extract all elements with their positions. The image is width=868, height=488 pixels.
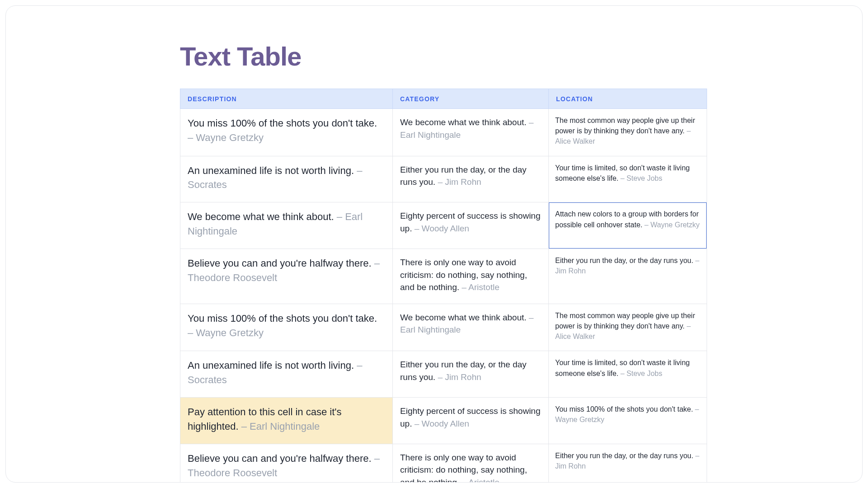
description-cell[interactable]: We become what we think about. – Earl Ni…	[180, 202, 393, 249]
location-cell[interactable]: Your time is limited, so don't waste it …	[549, 351, 707, 398]
location-cell[interactable]: You miss 100% of the shots you don't tak…	[549, 398, 707, 444]
cell-attribution: – Aristotle	[459, 282, 500, 292]
cell-quote: An unexamined life is not worth living.	[188, 165, 354, 176]
cell-quote: We become what we think about.	[400, 117, 527, 127]
cell-attribution: – Wayne Gretzky	[188, 132, 264, 143]
column-header-category[interactable]: CATEGORY	[393, 89, 549, 109]
category-cell[interactable]: We become what we think about. – Earl Ni…	[393, 304, 549, 351]
location-cell[interactable]: The most common way people give up their…	[549, 109, 707, 156]
cell-quote: An unexamined life is not worth living.	[188, 360, 354, 371]
cell-attribution: – Jim Rohn	[435, 372, 481, 382]
cell-quote: You miss 100% of the shots you don't tak…	[555, 405, 693, 413]
cell-attribution: – Jim Rohn	[435, 177, 481, 187]
table-row: Believe you can and you're halfway there…	[180, 249, 707, 304]
cell-attribution: – Wayne Gretzky	[642, 221, 700, 229]
cell-quote: Either you run the day, or the day runs …	[555, 257, 693, 264]
cell-attribution: – Steve Jobs	[618, 370, 662, 377]
table-header-row: DESCRIPTION CATEGORY LOCATION	[180, 89, 707, 109]
cell-quote: Believe you can and you're halfway there…	[188, 453, 372, 464]
text-table: DESCRIPTION CATEGORY LOCATION You miss 1…	[180, 89, 707, 483]
cell-attribution: – Wayne Gretzky	[188, 327, 264, 338]
location-cell[interactable]: Either you run the day, or the day runs …	[549, 249, 707, 304]
description-cell[interactable]: Believe you can and you're halfway there…	[180, 249, 393, 304]
document-frame: Text Table DESCRIPTION CATEGORY LOCATION…	[5, 5, 863, 483]
cell-quote: The most common way people give up their…	[555, 117, 695, 135]
column-header-location[interactable]: LOCATION	[549, 89, 707, 109]
category-cell[interactable]: We become what we think about. – Earl Ni…	[393, 109, 549, 156]
cell-attribution: – Steve Jobs	[618, 174, 662, 182]
cell-quote: The most common way people give up their…	[555, 312, 695, 330]
description-cell[interactable]: You miss 100% of the shots you don't tak…	[180, 304, 393, 351]
location-cell[interactable]: The most common way people give up their…	[549, 304, 707, 351]
table-row: You miss 100% of the shots you don't tak…	[180, 304, 707, 351]
category-cell[interactable]: Eighty percent of success is showing up.…	[393, 398, 549, 444]
category-cell[interactable]: Either you run the day, or the day runs …	[393, 351, 549, 398]
location-cell[interactable]: Either you run the day, or the day runs …	[549, 444, 707, 483]
category-cell[interactable]: Eighty percent of success is showing up.…	[393, 202, 549, 249]
table-row: Believe you can and you're halfway there…	[180, 444, 707, 483]
category-cell[interactable]: There is only one way to avoid criticism…	[393, 444, 549, 483]
description-cell[interactable]: An unexamined life is not worth living. …	[180, 351, 393, 398]
description-cell[interactable]: You miss 100% of the shots you don't tak…	[180, 109, 393, 156]
cell-quote: We become what we think about.	[400, 313, 527, 322]
column-header-description[interactable]: DESCRIPTION	[180, 89, 393, 109]
table-row: An unexamined life is not worth living. …	[180, 156, 707, 202]
cell-quote: You miss 100% of the shots you don't tak…	[188, 117, 377, 129]
description-cell[interactable]: An unexamined life is not worth living. …	[180, 156, 393, 202]
location-cell[interactable]: Your time is limited, so don't waste it …	[549, 156, 707, 202]
category-cell[interactable]: Either you run the day, or the day runs …	[393, 156, 549, 202]
description-cell[interactable]: Pay attention to this cell in case it's …	[180, 398, 393, 444]
cell-attribution: – Aristotle	[459, 478, 500, 483]
location-cell[interactable]: Attach new colors to a group with border…	[549, 202, 707, 249]
page-title: Text Table	[180, 41, 707, 71]
table-row: Pay attention to this cell in case it's …	[180, 398, 707, 444]
cell-attribution: – Earl Nightingale	[239, 421, 320, 432]
category-cell[interactable]: There is only one way to avoid criticism…	[393, 249, 549, 304]
cell-attribution: – Woody Allen	[412, 224, 469, 233]
table-row: You miss 100% of the shots you don't tak…	[180, 109, 707, 156]
cell-quote: Believe you can and you're halfway there…	[188, 258, 372, 269]
table-row: We become what we think about. – Earl Ni…	[180, 202, 707, 249]
table-row: An unexamined life is not worth living. …	[180, 351, 707, 398]
cell-quote: Either you run the day, or the day runs …	[555, 452, 693, 460]
cell-quote: You miss 100% of the shots you don't tak…	[188, 313, 377, 324]
cell-quote: We become what we think about.	[188, 211, 334, 222]
cell-attribution: – Woody Allen	[412, 419, 469, 428]
description-cell[interactable]: Believe you can and you're halfway there…	[180, 444, 393, 483]
